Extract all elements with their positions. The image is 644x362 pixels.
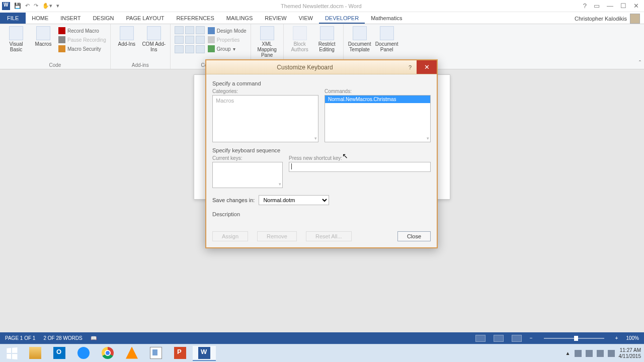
new-shortcut-input[interactable] (289, 162, 431, 172)
categories-label: Categories: (212, 88, 318, 94)
taskbar-paint[interactable] (144, 346, 168, 361)
web-layout-icon[interactable] (512, 335, 522, 342)
xml-mapping-button[interactable]: XML Mapping Pane (255, 26, 279, 58)
account-user[interactable]: Christopher Kalodikis (571, 14, 644, 24)
user-name: Christopher Kalodikis (575, 16, 627, 22)
scroll-down-icon[interactable]: ▾ (427, 136, 429, 141)
controls-gallery[interactable] (175, 26, 205, 53)
section-sequence: Specify keyboard sequence (212, 147, 431, 153)
tab-mathematics[interactable]: Mathematics (365, 13, 408, 24)
customize-keyboard-dialog: Customize Keyboard ? ✕ Specify a command… (205, 59, 438, 248)
tab-home[interactable]: HOME (26, 13, 54, 24)
collapse-ribbon-icon[interactable]: ˆ (639, 60, 641, 67)
taskbar-word[interactable] (193, 346, 216, 361)
document-template-button[interactable]: Document Template (348, 26, 372, 52)
taskbar-powerpoint[interactable] (169, 346, 192, 361)
document-title: Themed Newsletter.docm - Word (59, 3, 583, 9)
dialog-titlebar[interactable]: Customize Keyboard ? ✕ (206, 60, 437, 74)
read-mode-icon[interactable] (475, 335, 486, 342)
taskbar-outlook[interactable] (48, 346, 71, 361)
title-bar: 💾 ↶ ↷ ✋▾ ▾ Themed Newsletter.docm - Word… (0, 0, 644, 12)
group-button[interactable]: Group ▾ (208, 45, 247, 52)
design-mode-button[interactable]: Design Mode (208, 27, 247, 34)
scroll-down-icon[interactable]: ▾ (279, 182, 281, 187)
properties-button: Properties (208, 36, 247, 43)
user-avatar-icon (630, 14, 640, 24)
save-icon[interactable]: 💾 (14, 3, 21, 9)
pause-recording-button: Pause Recording (58, 36, 106, 43)
dialog-help-button[interactable]: ? (404, 64, 417, 70)
document-panel-button[interactable]: Document Panel (375, 26, 399, 52)
tab-page-layout[interactable]: PAGE LAYOUT (120, 13, 171, 24)
taskbar-clock[interactable]: 11:27 AM 4/11/2015 (619, 347, 641, 359)
page-indicator[interactable]: PAGE 1 OF 1 (5, 335, 35, 341)
reset-all-button: Reset All... (306, 231, 352, 241)
word-status-bar: PAGE 1 OF 1 2 OF 28 WORDS 📖 − + 100% (0, 332, 644, 344)
description-label: Description (212, 211, 431, 217)
help-icon[interactable]: ? (583, 3, 587, 9)
chevron-down-icon: ▾ (233, 46, 235, 52)
taskbar-chrome[interactable] (96, 346, 119, 361)
categories-item: Macros (216, 98, 234, 104)
com-addins-button[interactable]: COM Add-Ins (142, 26, 166, 52)
word-count[interactable]: 2 OF 28 WORDS (43, 335, 82, 341)
tab-design[interactable]: DESIGN (87, 13, 120, 24)
system-tray[interactable]: ▲ 11:27 AM 4/11/2015 (566, 347, 644, 359)
minimize-icon[interactable]: — (607, 3, 613, 9)
current-keys-listbox[interactable]: ▾ (212, 162, 283, 188)
tab-review[interactable]: REVIEW (259, 13, 292, 24)
commands-item-selected[interactable]: Normal.NewMacros.Christmas (325, 96, 430, 103)
tab-references[interactable]: REFERENCES (171, 13, 220, 24)
dialog-close-button[interactable]: ✕ (417, 60, 437, 74)
press-new-label: Press new shortcut key: (289, 155, 431, 161)
tab-insert[interactable]: INSERT (54, 13, 87, 24)
group-addins: Add-Ins COM Add-Ins Add-ins (111, 24, 171, 69)
tab-mailings[interactable]: MAILINGS (220, 13, 259, 24)
tray-icon[interactable] (586, 350, 593, 357)
addins-button[interactable]: Add-Ins (115, 26, 139, 47)
taskbar-ie[interactable] (72, 346, 95, 361)
group-label: Code (4, 62, 106, 68)
tray-icon[interactable] (575, 350, 582, 357)
visual-basic-button[interactable]: Visual Basic (4, 26, 28, 52)
zoom-out-icon[interactable]: − (530, 335, 533, 341)
block-authors-button: Block Authors (288, 26, 312, 52)
zoom-in-icon[interactable]: + (615, 335, 618, 341)
start-button[interactable] (0, 344, 23, 362)
tab-developer[interactable]: DEVELOPER (319, 13, 365, 24)
record-macro-button[interactable]: Record Macro (58, 27, 106, 34)
macros-button[interactable]: Macros (31, 26, 55, 47)
ribbon-options-icon[interactable]: ▭ (594, 3, 600, 9)
group-code: Visual Basic Macros Record Macro Pause R… (0, 24, 111, 69)
tray-network-icon[interactable] (597, 350, 604, 357)
redo-icon[interactable]: ↷ (34, 3, 38, 9)
tray-volume-icon[interactable] (608, 350, 615, 357)
touch-mode-icon[interactable]: ✋▾ (42, 3, 52, 9)
tray-show-hidden-icon[interactable]: ▲ (566, 350, 571, 356)
close-window-icon[interactable]: ✕ (633, 3, 639, 9)
section-command: Specify a command (212, 80, 431, 86)
word-app-icon (2, 2, 10, 10)
tab-view[interactable]: VIEW (293, 13, 319, 24)
current-keys-label: Current keys: (212, 155, 283, 161)
undo-icon[interactable]: ↶ (25, 3, 30, 9)
commands-label: Commands: (325, 88, 431, 94)
taskbar-file-explorer[interactable] (24, 346, 47, 361)
tab-file[interactable]: FILE (0, 13, 26, 24)
assign-button: Assign (212, 231, 248, 241)
maximize-icon[interactable]: ☐ (620, 3, 626, 9)
zoom-slider[interactable] (544, 338, 604, 339)
close-button[interactable]: Close (397, 231, 431, 241)
zoom-level[interactable]: 100% (626, 335, 639, 341)
dialog-title: Customize Keyboard (206, 64, 404, 71)
macro-security-button[interactable]: Macro Security (58, 45, 106, 52)
restrict-editing-button[interactable]: Restrict Editing (315, 26, 339, 52)
commands-listbox[interactable]: Normal.NewMacros.Christmas ▾ (325, 95, 431, 142)
save-changes-select[interactable]: Normal.dotm (259, 195, 329, 205)
spellcheck-icon[interactable]: 📖 (91, 335, 97, 341)
taskbar-vlc[interactable] (120, 346, 143, 361)
categories-listbox[interactable]: Macros ▾ (212, 95, 318, 142)
print-layout-icon[interactable] (494, 335, 504, 342)
ribbon-tabs: FILE HOME INSERT DESIGN PAGE LAYOUT REFE… (0, 12, 644, 24)
scroll-down-icon[interactable]: ▾ (314, 136, 317, 141)
